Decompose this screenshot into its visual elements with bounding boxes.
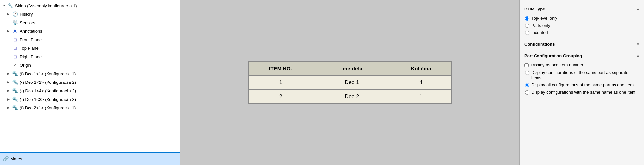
mates-bar[interactable]: 🔗 Mates bbox=[0, 152, 180, 165]
bom-type-title: BOM Type bbox=[524, 7, 545, 11]
origin-label: Origin bbox=[20, 63, 31, 68]
annotation-icon: A bbox=[12, 28, 18, 34]
properties-panel: BOM Type ∧ Top-level only Parts only Ind… bbox=[519, 0, 644, 165]
bom-row2-kolicina: 1 bbox=[391, 89, 451, 103]
part-deo1-4-icon: 🔩 bbox=[12, 87, 18, 94]
annotations-label: Annotations bbox=[20, 29, 42, 34]
bom-type-chevron[interactable]: ∧ bbox=[637, 7, 639, 11]
top-plane-label: Top Plane bbox=[20, 46, 39, 51]
sidebar-item-deo1-4[interactable]: ▶ 🔩 (-) Deo 1<4> (Konfiguracija 2) bbox=[0, 86, 180, 95]
radio-all-one-label: Display all configurations of the same p… bbox=[531, 82, 634, 88]
sidebar-item-origin[interactable]: ↗ Origin bbox=[0, 61, 180, 69]
bom-row2-ime-dela: Deo 2 bbox=[313, 89, 391, 103]
radio-top-level-label: Top-level only bbox=[531, 16, 557, 21]
tree-root-label: Sklop (Assembly konfiguracija 1) bbox=[15, 3, 77, 8]
bom-type-section-header: BOM Type ∧ bbox=[524, 7, 639, 13]
radio-same-name-input[interactable] bbox=[525, 90, 529, 95]
front-plane-icon: ⊡ bbox=[12, 36, 18, 43]
table-row: 2 Deo 2 1 bbox=[248, 89, 451, 103]
bom-row1-item-no: 1 bbox=[248, 75, 313, 89]
bom-header-item-no: ITEM NO. bbox=[248, 62, 313, 75]
radio-indented-label: Indented bbox=[531, 30, 548, 36]
expand-icon-history[interactable]: ▶ bbox=[7, 12, 12, 16]
expand-icon-root[interactable]: ▼ bbox=[3, 4, 7, 7]
table-row: 1 Deo 1 4 bbox=[248, 75, 451, 89]
sidebar-item-sensors[interactable]: 📡 Sensors bbox=[0, 18, 180, 27]
radio-separate-input[interactable] bbox=[525, 71, 529, 75]
feature-tree-panel: ▼ 🔧 Sklop (Assembly konfiguracija 1) ▶ 🕐… bbox=[0, 0, 180, 165]
sidebar-item-front-plane[interactable]: ⊡ Front Plane bbox=[0, 35, 180, 44]
radio-indented-input[interactable] bbox=[525, 31, 529, 35]
part-config-title: Part Configuration Grouping bbox=[524, 53, 582, 58]
radio-top-level-input[interactable] bbox=[525, 16, 529, 21]
configurations-title: Configurations bbox=[524, 42, 555, 46]
bom-table-wrapper: ITEM NO. Ime dela Količina 1 Deo 1 4 2 D… bbox=[248, 61, 452, 104]
deo1-2-label: (-) Deo 1<2> (Konfiguracija 2) bbox=[20, 80, 76, 85]
radio-separate-label: Display configurations of the same part … bbox=[531, 70, 639, 81]
bom-table: ITEM NO. Ime dela Količina 1 Deo 1 4 2 D… bbox=[248, 62, 452, 104]
sidebar-item-top-plane[interactable]: ⊡ Top Plane bbox=[0, 44, 180, 52]
sidebar-item-annotations[interactable]: ▶ A Annotations bbox=[0, 27, 180, 35]
deo2-1-label: (f) Deo 2<1> (Konfiguracija 1) bbox=[20, 105, 76, 110]
display-one-item-label: Display as one item number bbox=[531, 63, 583, 68]
part-deo1-1-icon: 🔩 bbox=[12, 70, 18, 77]
tree-root[interactable]: ▼ 🔧 Sklop (Assembly konfiguracija 1) bbox=[0, 1, 180, 10]
bom-row1-kolicina: 4 bbox=[391, 75, 451, 89]
radio-separate[interactable]: Display configurations of the same part … bbox=[525, 70, 639, 81]
configurations-chevron[interactable]: ∨ bbox=[637, 42, 639, 46]
expand-icon-deo1-2[interactable]: ▶ bbox=[7, 81, 12, 84]
sidebar-item-deo1-2[interactable]: ▶ 🔩 (-) Deo 1<2> (Konfiguracija 2) bbox=[0, 78, 180, 86]
expand-icon-deo1-4[interactable]: ▶ bbox=[7, 89, 12, 92]
right-plane-label: Right Plane bbox=[20, 54, 42, 59]
part-deo1-3-icon: 🔩 bbox=[12, 96, 18, 102]
radio-top-level[interactable]: Top-level only bbox=[525, 16, 639, 21]
part-deo1-2-icon: 🔩 bbox=[12, 79, 18, 85]
part-config-chevron[interactable]: ∧ bbox=[637, 54, 639, 58]
radio-parts-only[interactable]: Parts only bbox=[525, 23, 639, 28]
radio-all-one-input[interactable] bbox=[525, 83, 529, 87]
history-label: History bbox=[20, 12, 33, 17]
sidebar-item-deo1-1[interactable]: ▶ 🔩 (f) Deo 1<1> (Konfiguracija 1) bbox=[0, 69, 180, 78]
sidebar-item-deo1-3[interactable]: ▶ 🔩 (-) Deo 1<3> (Konfiguracija 3) bbox=[0, 95, 180, 103]
assembly-icon: 🔧 bbox=[7, 2, 14, 9]
expand-icon-deo2-1[interactable]: ▶ bbox=[7, 106, 12, 109]
expand-icon-deo1-3[interactable]: ▶ bbox=[7, 98, 12, 101]
bom-row1-ime-dela: Deo 1 bbox=[313, 75, 391, 89]
radio-all-one[interactable]: Display all configurations of the same p… bbox=[525, 82, 639, 88]
front-plane-label: Front Plane bbox=[20, 37, 42, 42]
radio-indented[interactable]: Indented bbox=[525, 30, 639, 36]
part-deo2-1-icon: 🔩 bbox=[12, 104, 18, 111]
bom-header-kolicina: Količina bbox=[391, 62, 451, 75]
deo1-1-label: (f) Deo 1<1> (Konfiguracija 1) bbox=[20, 71, 76, 76]
sidebar-item-history[interactable]: ▶ 🕐 History bbox=[0, 10, 180, 18]
bom-type-radio-group: Top-level only Parts only Indented bbox=[524, 16, 639, 36]
configurations-section-header: Configurations ∨ bbox=[524, 42, 639, 48]
mates-label: Mates bbox=[10, 156, 22, 161]
sidebar-item-deo2-1[interactable]: ▶ 🔩 (f) Deo 2<1> (Konfiguracija 1) bbox=[0, 103, 180, 112]
history-icon: 🕐 bbox=[12, 11, 18, 17]
deo1-4-label: (-) Deo 1<4> (Konfiguracija 2) bbox=[20, 88, 76, 93]
radio-same-name[interactable]: Display configurations with the same nam… bbox=[525, 90, 639, 95]
canvas-area: ITEM NO. Ime dela Količina 1 Deo 1 4 2 D… bbox=[180, 0, 519, 165]
radio-same-name-label: Display configurations with the same nam… bbox=[531, 90, 635, 95]
top-plane-icon: ⊡ bbox=[12, 45, 18, 51]
right-plane-icon: ⊡ bbox=[12, 53, 18, 60]
config-options-radio-group: Display configurations of the same part … bbox=[524, 70, 639, 96]
sensors-label: Sensors bbox=[20, 20, 35, 25]
bom-row2-item-no: 2 bbox=[248, 89, 313, 103]
radio-parts-only-input[interactable] bbox=[525, 24, 529, 28]
sensors-icon: 📡 bbox=[12, 19, 18, 26]
deo1-3-label: (-) Deo 1<3> (Konfiguracija 3) bbox=[20, 97, 76, 102]
display-one-item-input[interactable] bbox=[524, 63, 529, 67]
part-config-section-header: Part Configuration Grouping ∧ bbox=[524, 53, 639, 60]
mates-icon: 🔗 bbox=[3, 156, 9, 162]
radio-parts-only-label: Parts only bbox=[531, 23, 550, 28]
expand-icon-deo1-1[interactable]: ▶ bbox=[7, 72, 12, 75]
display-one-item-checkbox[interactable]: Display as one item number bbox=[524, 63, 639, 68]
bom-header-ime-dela: Ime dela bbox=[313, 62, 391, 75]
sidebar-item-right-plane[interactable]: ⊡ Right Plane bbox=[0, 52, 180, 61]
expand-icon-annotations[interactable]: ▶ bbox=[7, 29, 12, 33]
feature-tree: ▼ 🔧 Sklop (Assembly konfiguracija 1) ▶ 🕐… bbox=[0, 0, 180, 152]
origin-icon: ↗ bbox=[12, 62, 18, 68]
